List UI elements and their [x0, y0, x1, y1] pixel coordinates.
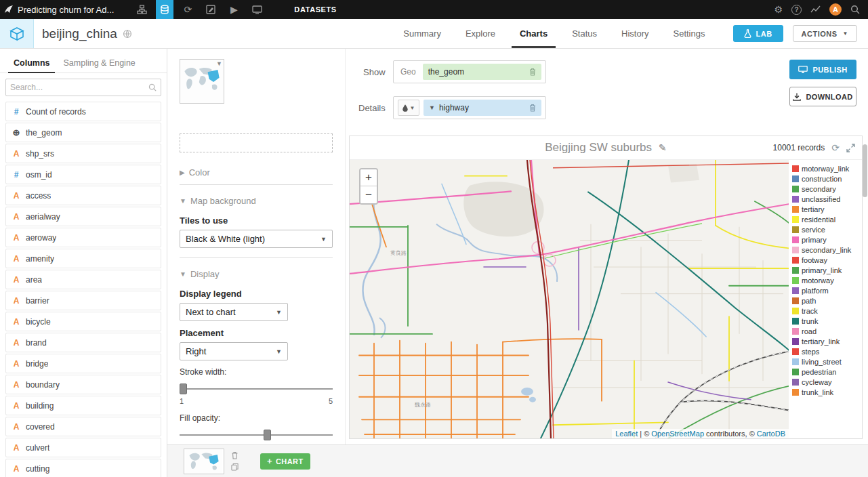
zoom-in-button[interactable]: + [360, 169, 377, 186]
jobs-icon[interactable]: ▶ [225, 0, 243, 19]
section-display[interactable]: ▼ Display [180, 265, 333, 283]
tiles-select[interactable]: Black & White (light) ▼ [180, 230, 333, 248]
project-title[interactable]: Predicting churn for Ad... [18, 5, 114, 15]
column-list-item[interactable]: A covered [5, 417, 161, 436]
placement-label: Placement [180, 328, 333, 338]
column-list-item[interactable]: A aerialway [5, 207, 161, 226]
details-token[interactable]: ▼ highway [423, 100, 541, 116]
osm-link[interactable]: OpenStreetMap [651, 430, 704, 438]
page-scrollbar-thumb[interactable] [863, 144, 867, 197]
dashboards-icon[interactable] [248, 0, 266, 19]
lab-button[interactable]: LAB [733, 25, 783, 42]
help-icon[interactable]: ? [791, 5, 802, 15]
sidebar-tab-columns[interactable]: Columns [8, 56, 55, 72]
column-list-item[interactable]: A culvert [5, 438, 161, 457]
column-list-item[interactable]: A building [5, 396, 161, 415]
slider-handle[interactable] [180, 383, 187, 394]
delete-chart-trash-icon[interactable] [231, 451, 239, 459]
stroke-width-slider[interactable] [180, 383, 333, 394]
flow-icon[interactable] [133, 0, 150, 19]
display-legend-select[interactable]: Next to chart ▼ [180, 303, 288, 321]
dataset-tab[interactable]: Charts [508, 19, 560, 48]
column-list-item[interactable]: ⊕ the_geom [5, 123, 161, 142]
datasets-icon[interactable] [156, 0, 173, 19]
columns-sidebar: Columns Sampling & Engine # Count of rec… [0, 49, 167, 477]
expand-icon[interactable] [846, 144, 855, 152]
search-icon[interactable] [850, 0, 860, 19]
column-list-item[interactable]: A brand [5, 333, 161, 352]
column-list-item[interactable]: # Count of records [5, 102, 161, 121]
column-list-item[interactable]: A amenity [5, 249, 161, 268]
column-list-item[interactable]: A barrier [5, 291, 161, 310]
sidebar-tab-sampling[interactable]: Sampling & Engine [58, 56, 140, 72]
stroke-width-label: Stroke width: [180, 367, 333, 377]
legend-label: track [802, 307, 818, 315]
dataset-tab[interactable]: Status [560, 19, 609, 48]
actions-button[interactable]: ACTIONS ▼ [793, 25, 857, 42]
column-type-icon: A [12, 191, 21, 201]
legend-label: tertiary_link [802, 337, 840, 346]
dataiku-logo-icon[interactable] [0, 4, 18, 15]
column-list-item[interactable]: A bicycle [5, 312, 161, 331]
settings-gear-icon[interactable]: ⚙ [774, 0, 783, 19]
column-list-item[interactable]: A aeroway [5, 228, 161, 247]
legend-entry: tertiary_link [792, 336, 861, 346]
legend-entry: construction [792, 173, 861, 184]
slider-handle[interactable] [264, 430, 271, 440]
drop-zone-placeholder[interactable] [180, 133, 333, 152]
column-type-icon: # [12, 107, 21, 117]
refresh-icon[interactable]: ⟳ [831, 142, 840, 153]
geo-token[interactable]: the_geom [423, 64, 541, 80]
user-avatar[interactable]: A [829, 3, 842, 16]
column-list-item[interactable]: A boundary [5, 375, 161, 394]
column-list-item[interactable]: A cutting [5, 459, 161, 477]
dataset-tab[interactable]: Settings [661, 19, 717, 48]
legend-entry: cycleway [792, 377, 861, 387]
column-type-icon: ⊕ [12, 127, 21, 138]
dataset-tab[interactable]: Summary [391, 19, 453, 48]
trash-icon[interactable] [529, 68, 536, 76]
download-button[interactable]: DOWNLOAD [789, 87, 856, 106]
column-type-icon: A [12, 317, 21, 327]
aggregation-droplet-select[interactable]: ▼ [398, 100, 419, 116]
column-list-item[interactable]: A area [5, 270, 161, 289]
trash-icon[interactable] [529, 104, 536, 112]
notebooks-icon[interactable] [202, 0, 220, 19]
cartodb-link[interactable]: CartoDB [757, 430, 785, 438]
column-list-item[interactable]: A access [5, 186, 161, 205]
slider-track[interactable] [180, 434, 333, 436]
leaflet-link[interactable]: Leaflet [615, 430, 638, 438]
column-name: osm_id [26, 170, 52, 180]
column-list-item[interactable]: A shp_srs [5, 144, 161, 163]
map-canvas[interactable]: 黄良路 魏永路 + − Leaflet | © OpenStreetMap co… [350, 160, 789, 438]
column-list-item[interactable]: # osm_id [5, 165, 161, 184]
edit-title-pencil-icon[interactable]: ✎ [659, 142, 667, 153]
chart-thumbnail[interactable] [184, 449, 224, 474]
section-color[interactable]: ▶ Color [180, 163, 333, 182]
section-map-background[interactable]: ▼ Map background [180, 192, 333, 210]
legend-color-swatch [792, 369, 799, 375]
slider-track[interactable] [180, 388, 333, 390]
duplicate-chart-icon[interactable] [231, 463, 239, 471]
publish-button[interactable]: PUBLISH [789, 60, 856, 79]
share-globe-icon[interactable] [123, 29, 132, 39]
charts-footer-bar: + CHART [167, 444, 868, 477]
column-type-icon: A [12, 338, 21, 348]
recipes-icon[interactable]: ⟳ [179, 0, 197, 19]
caret-down-icon: ▼ [276, 309, 282, 316]
legend-color-swatch [792, 257, 799, 264]
zoom-out-button[interactable]: − [360, 186, 377, 203]
dataset-tab[interactable]: History [609, 19, 661, 48]
column-search[interactable] [5, 79, 161, 96]
add-chart-button[interactable]: + CHART [260, 453, 310, 470]
column-search-input[interactable] [10, 83, 146, 92]
dataset-tab[interactable]: Explore [453, 19, 508, 48]
dataset-type-icon[interactable] [0, 19, 34, 48]
placement-select[interactable]: Right ▼ [180, 342, 288, 360]
fill-opacity-slider[interactable] [180, 430, 333, 440]
chart-type-thumbnail[interactable]: ▼ [180, 59, 224, 104]
publish-board-icon [798, 66, 808, 73]
dataset-header: beijing_china Summary Explore Charts Sta… [0, 19, 868, 49]
activity-monitor-icon[interactable] [810, 0, 821, 19]
column-list-item[interactable]: A bridge [5, 354, 161, 373]
